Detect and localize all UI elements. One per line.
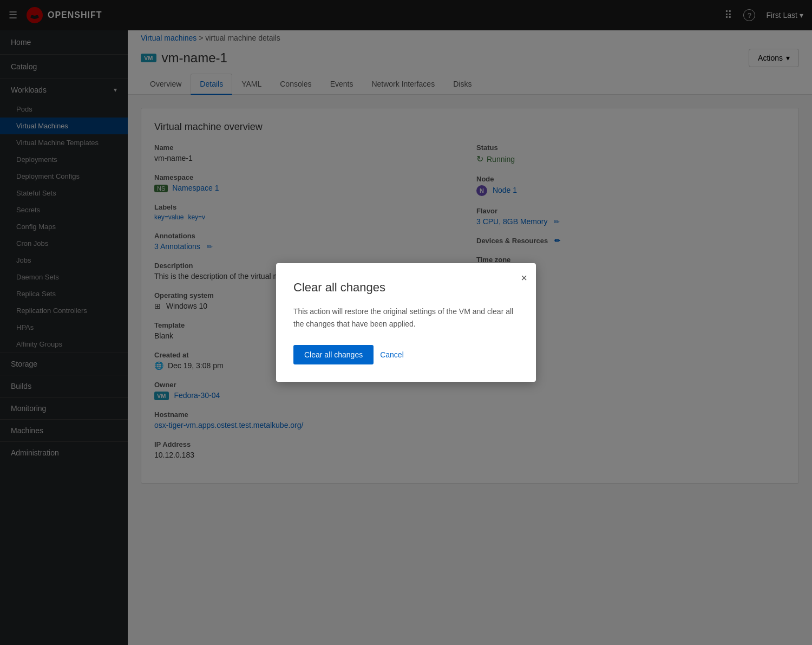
modal-body-text: This action will restore the original se… [293, 305, 519, 330]
modal-title: Clear all changes [293, 281, 519, 295]
modal-actions: Clear all changes Cancel [293, 345, 519, 364]
clear-changes-modal: × Clear all changes This action will res… [276, 263, 536, 382]
cancel-button[interactable]: Cancel [380, 350, 404, 359]
modal-close-button[interactable]: × [521, 272, 527, 284]
confirm-clear-button[interactable]: Clear all changes [293, 345, 374, 364]
modal-overlay[interactable]: × Clear all changes This action will res… [0, 0, 812, 497]
